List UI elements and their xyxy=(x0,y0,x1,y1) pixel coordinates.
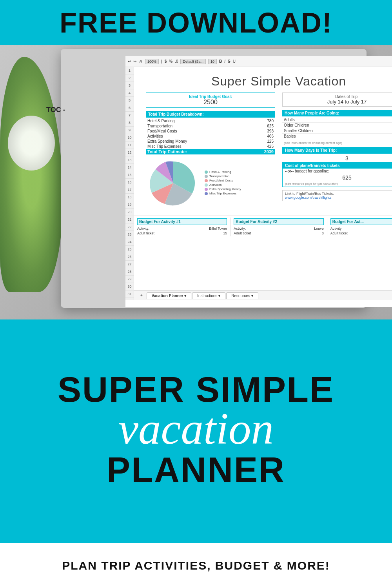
legend-label-food: Food/Meal Costs xyxy=(209,179,233,182)
table-row: Adults 2 xyxy=(282,117,392,123)
activity-1-ticket: Adult ticket 15 xyxy=(137,231,227,236)
transport-subheader: --or-- budget for gasoline: xyxy=(283,169,392,174)
activity-3-label: Activity: xyxy=(330,227,343,230)
tab-vacation-planner[interactable]: Vacation Planner ▾ xyxy=(147,292,191,299)
row-numbers: 1 2 3 4 5 6 7 8 9 10 11 12 13 14 15 16 1 xyxy=(125,67,134,300)
table-row: Transportation 625 xyxy=(146,123,275,129)
legend-label-spending: Extra Spending Money xyxy=(209,187,241,191)
table-row: Food/Meal Costs 398 xyxy=(146,129,275,134)
dates-value: July 14 to July 17 xyxy=(287,99,392,105)
activity-3-ticket: Adult ticket xyxy=(330,231,392,236)
activity-1-label: Activity: xyxy=(137,227,149,230)
days-value: 3 xyxy=(282,154,392,162)
toolbar-separator: | xyxy=(161,59,162,64)
activity-2-header: Budget For Activity #2 xyxy=(234,218,323,225)
activity-3-name: Activity: Wa... xyxy=(330,226,392,231)
people-table: Adults 2 Older Children 1 Smaller Childr… xyxy=(282,117,392,139)
zoom-control[interactable]: 100% xyxy=(145,59,159,64)
activity-1-header: Budget For Activity #1 xyxy=(137,218,227,225)
font-selector[interactable]: Default (Sa... xyxy=(180,59,206,64)
legend-item: Hotel & Parking xyxy=(205,170,241,174)
cta-text: PLAN TRIP ACTIVITIES, BUDGET & MORE! xyxy=(62,559,330,572)
activity-1-ticket-value: 15 xyxy=(223,231,227,235)
legend-dot-activities xyxy=(205,183,208,187)
legend-item: Activities xyxy=(205,183,241,187)
link-url[interactable]: www.google.com/travel/flights xyxy=(285,196,392,200)
bottom-section: SUPER SIMPLE vacation PLANNER xyxy=(0,319,392,543)
table-row: Activities 466 xyxy=(146,134,275,139)
decimal-btn[interactable]: .0 xyxy=(175,59,178,64)
row-value-hotel: 780 xyxy=(245,118,275,123)
pie-legend: Hotel & Parking Transportation Food/Meal… xyxy=(205,170,241,196)
people-label-adults: Adults xyxy=(282,117,392,123)
laptop-frame: ↩ ↪ 🖨 100% | $ % .0 Default (Sa... 10 B … xyxy=(61,49,367,308)
spreadsheet-title: Super Simple Vacation xyxy=(134,67,392,93)
table-row: Older Children 1 xyxy=(282,123,392,128)
print-icon[interactable]: 🖨 xyxy=(139,59,143,64)
top-banner: FREE DOWNLOAD! xyxy=(0,0,392,45)
activity-2-ticket: Adult ticket 8 xyxy=(234,231,323,236)
underline-btn[interactable]: U xyxy=(233,59,236,64)
pie-chart-area: Hotel & Parking Transportation Food/Meal… xyxy=(146,158,275,209)
toc-label: TOC - xyxy=(46,106,65,114)
bottom-title-line3: PLANNER xyxy=(107,450,285,490)
toolbar: ↩ ↪ 🖨 100% | $ % .0 Default (Sa... 10 B … xyxy=(125,56,392,67)
total-row: Total Trip Estimate: 2039 xyxy=(146,149,275,154)
activity-2-ticket-label: Adult ticket xyxy=(234,231,251,235)
tab-instructions[interactable]: Instructions ▾ xyxy=(192,292,225,299)
bottom-title-line1: SUPER SIMPLE xyxy=(58,372,334,407)
sheet-main-content: Ideal Trip Budget Goal: 2500 Total Trip … xyxy=(134,93,392,212)
bold-btn[interactable]: B xyxy=(219,59,222,64)
activity-3-header: Budget For Act... xyxy=(330,218,392,225)
budget-goal-label: Ideal Trip Budget Goal: xyxy=(150,94,271,99)
strikethrough-btn[interactable]: S xyxy=(228,59,230,64)
tab-resources[interactable]: Resources ▾ xyxy=(226,292,258,299)
sheet-left-panel: Ideal Trip Budget Goal: 2500 Total Trip … xyxy=(146,93,275,212)
sheet-right-panel: Dates of Trip: July 14 to July 17 How Ma… xyxy=(282,93,392,212)
activity-2-value: Louve xyxy=(314,227,324,230)
row-value-spending: 125 xyxy=(245,139,275,144)
people-label-older: Older Children xyxy=(282,123,392,128)
row-value-food: 398 xyxy=(245,129,275,134)
row-label-transport: Transportation xyxy=(146,123,245,129)
activity-1-ticket-label: Adult ticket xyxy=(137,231,154,235)
transport-header: Cost of plane/train/etc tickets xyxy=(283,163,392,169)
add-sheet-button[interactable]: + xyxy=(137,292,146,298)
budget-goal-box: Ideal Trip Budget Goal: 2500 xyxy=(146,93,275,108)
legend-dot-misc xyxy=(205,192,208,195)
legend-dot-spending xyxy=(205,188,208,191)
row-label-misc: Misc Trip Expenses xyxy=(146,144,245,149)
table-row: Babies 0 xyxy=(282,134,392,139)
redo-icon[interactable]: ↪ xyxy=(133,59,136,64)
legend-item: Misc Trip Expenses xyxy=(205,192,241,195)
currency-btn[interactable]: $ xyxy=(165,59,167,64)
table-row: Extra Spending Money 125 xyxy=(146,139,275,144)
legend-label-transport: Transportation xyxy=(209,174,229,178)
people-label-babies: Babies xyxy=(282,134,392,139)
sheet-tabs: + Vacation Planner ▾ Instructions ▾ Reso… xyxy=(134,290,392,300)
sheet-content: Super Simple Vacation Ideal Trip Budget … xyxy=(134,67,392,300)
link-box: Link to Flight/Train/Bus Tickets: www.go… xyxy=(282,190,392,201)
row-value-misc: 425 xyxy=(245,144,275,149)
percent-btn[interactable]: % xyxy=(169,59,172,64)
row-label-hotel: Hotel & Parking xyxy=(146,118,245,123)
cta-strip: PLAN TRIP ACTIVITIES, BUDGET & MORE! xyxy=(0,543,392,588)
row-label-spending: Extra Spending Money xyxy=(146,139,245,144)
row-value-activities: 466 xyxy=(245,134,275,139)
dates-box: Dates of Trip: July 14 to July 17 xyxy=(282,93,392,107)
screenshot-area: TOC - ↩ ↪ 🖨 100% | $ % .0 Default (Sa...… xyxy=(0,45,392,319)
undo-icon[interactable]: ↩ xyxy=(128,59,131,64)
activity-1-name: Activity: Eiffel Tower xyxy=(137,226,227,231)
legend-label-misc: Misc Trip Expenses xyxy=(209,192,236,195)
font-size[interactable]: 10 xyxy=(208,59,217,64)
people-label-smaller: Smaller Children xyxy=(282,128,392,134)
activities-row: Budget For Activity #1 Activity: Eiffel … xyxy=(134,216,392,236)
legend-dot-food xyxy=(205,179,208,182)
legend-item: Extra Spending Money xyxy=(205,187,241,191)
activity-2-label: Activity: xyxy=(234,227,246,230)
table-row: Hotel & Parking 780 xyxy=(146,118,275,123)
breakdown-header: Total Trip Budget Breakdown: xyxy=(146,111,275,118)
people-header: How Many People Are Going: xyxy=(282,110,392,116)
table-row: Smaller Children 2 xyxy=(282,128,392,134)
italic-btn[interactable]: I xyxy=(224,59,225,64)
